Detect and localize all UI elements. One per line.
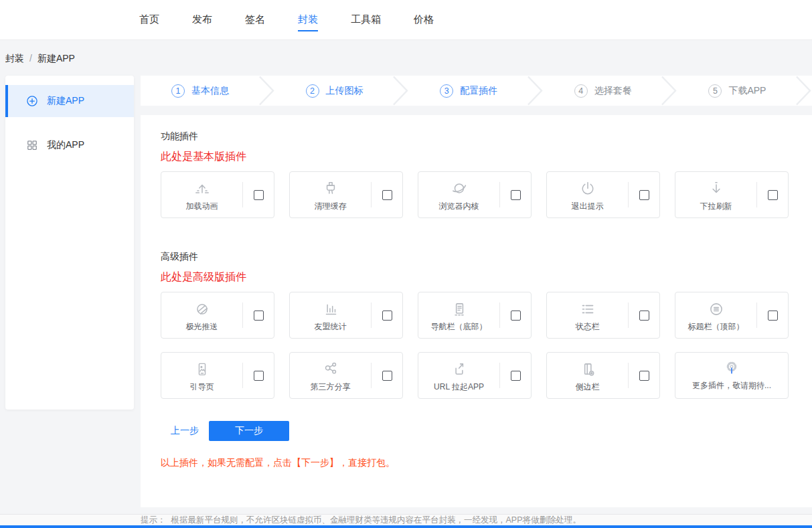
step-label: 上传图标 <box>326 85 363 97</box>
basic-plugin-cards: 加载动画 清理缓存 浏览器内核 <box>161 171 792 218</box>
nav-item-price[interactable]: 价格 <box>414 0 434 40</box>
plugin-label: 友盟统计 <box>315 321 347 333</box>
plugin-label: 导航栏（底部） <box>431 321 487 333</box>
step-number: 2 <box>306 84 319 98</box>
jpush-icon <box>193 300 211 318</box>
plugin-label: 清理缓存 <box>315 201 347 212</box>
step-number: 1 <box>171 84 185 98</box>
grid-icon <box>25 139 39 152</box>
plugin-card-third-party-share[interactable]: 第三方分享 <box>289 352 403 399</box>
nav-item-package[interactable]: 封装 <box>298 0 318 40</box>
plugin-card-navbar-bottom[interactable]: 导航栏（底部） <box>418 292 532 339</box>
section-note-advanced: 此处是高级版插件 <box>161 270 792 284</box>
plugin-checkbox[interactable] <box>768 311 778 321</box>
plugin-card-clean-cache[interactable]: 清理缓存 <box>289 171 403 218</box>
plugin-config-panel: 功能插件 此处是基本版插件 加载动画 清理缓存 <box>141 115 812 507</box>
plugin-card-umeng-stats[interactable]: 友盟统计 <box>289 292 403 339</box>
upload-animation-icon <box>193 180 211 197</box>
plugin-card-guide-page[interactable]: 引导页 <box>161 352 274 399</box>
bar-stats-icon <box>322 300 339 318</box>
plugin-card-titlebar-top[interactable]: 标题栏（顶部） <box>675 292 789 339</box>
plugin-checkbox[interactable] <box>382 311 392 321</box>
step-download-app: 5 下载APP <box>677 76 812 106</box>
breadcrumb-section[interactable]: 封装 <box>5 53 24 64</box>
plugin-checkbox[interactable] <box>382 371 392 381</box>
plugin-checkbox[interactable] <box>768 190 778 200</box>
plugin-label: 退出提示 <box>572 201 604 212</box>
advanced-plugin-cards-row2: 引导页 第三方分享 URL 拉起APP <box>161 352 792 399</box>
step-number: 5 <box>708 84 722 98</box>
plugin-label: 标题栏（顶部） <box>688 321 744 333</box>
plugin-label: 状态栏 <box>576 321 600 333</box>
step-upload-icon: 2 上传图标 <box>275 76 410 106</box>
navbar-bottom-icon <box>451 300 468 318</box>
bottom-accent-bar <box>0 525 812 528</box>
nav-item-publish[interactable]: 发布 <box>192 0 212 40</box>
url-launch-icon <box>451 361 468 378</box>
tip-label: 提示： <box>141 515 166 526</box>
wizard-actions: 上一步 下一步 <box>161 421 792 441</box>
tip-text: 根据最新平台规则，不允许区块链虚拟币、金融理财类等违规内容在平台封装，一经发现，… <box>171 515 582 526</box>
plugin-card-pull-refresh[interactable]: 下拉刷新 <box>675 171 789 218</box>
sidebar: 新建APP 我的APP <box>5 76 134 410</box>
prev-step-link[interactable]: 上一步 <box>171 425 199 437</box>
plugin-checkbox[interactable] <box>511 371 521 381</box>
plugin-card-jpush[interactable]: 极光推送 <box>161 292 274 339</box>
step-select-plan: 4 选择套餐 <box>544 76 678 106</box>
plugin-label: 极光推送 <box>186 321 218 333</box>
advanced-plugin-cards-row1: 极光推送 友盟统计 导航栏（底部） <box>161 292 792 339</box>
plus-circle-icon <box>25 94 39 108</box>
top-navigation: 首页 发布 签名 封装 工具箱 价格 <box>0 0 812 40</box>
plugin-checkbox[interactable] <box>254 190 264 200</box>
plugin-label: 侧边栏 <box>576 381 600 393</box>
chevron-right-icon <box>795 76 812 106</box>
chevron-right-icon <box>258 76 275 106</box>
nav-item-signature[interactable]: 签名 <box>245 0 265 40</box>
exit-prompt-icon <box>579 180 596 197</box>
plugin-checkbox[interactable] <box>511 311 521 321</box>
step-basic-info: 1 基本信息 <box>141 76 275 106</box>
step-label: 选择套餐 <box>594 85 632 97</box>
clean-cache-icon <box>322 180 339 197</box>
plugin-label: 加载动画 <box>186 201 218 212</box>
step-label: 配置插件 <box>460 85 497 97</box>
plugin-label: 第三方分享 <box>311 381 351 393</box>
step-wizard: 1 基本信息 2 上传图标 3 配置插件 4 选择套餐 5 下载APP <box>141 76 812 106</box>
sidebar-item-new-app[interactable]: 新建APP <box>5 85 134 117</box>
plugin-label: 下拉刷新 <box>700 201 732 212</box>
plugin-card-browser-kernel[interactable]: 浏览器内核 <box>418 171 532 218</box>
plugin-checkbox[interactable] <box>639 311 649 321</box>
pull-refresh-icon <box>708 180 725 197</box>
plugin-checkbox[interactable] <box>639 190 649 200</box>
plugin-card-exit-prompt[interactable]: 退出提示 <box>546 171 660 218</box>
gear-icon <box>723 359 740 377</box>
plugin-checkbox[interactable] <box>382 190 392 200</box>
step-label: 基本信息 <box>191 85 229 97</box>
plugin-checkbox[interactable] <box>254 311 264 321</box>
plugin-card-loading-animation[interactable]: 加载动画 <box>161 171 274 218</box>
plugin-card-url-launch[interactable]: URL 拉起APP <box>418 352 532 399</box>
chevron-right-icon <box>526 76 544 106</box>
nav-item-toolbox[interactable]: 工具箱 <box>351 0 381 40</box>
status-bar-icon <box>579 300 596 318</box>
chevron-right-icon <box>392 76 409 106</box>
step-number: 3 <box>440 84 453 98</box>
plugin-card-sidebar[interactable]: 侧边栏 <box>546 352 660 399</box>
step-label: 下载APP <box>728 85 766 97</box>
breadcrumb-current: 新建APP <box>37 53 75 64</box>
plugin-card-status-bar[interactable]: 状态栏 <box>546 292 660 339</box>
next-step-button[interactable]: 下一步 <box>209 421 289 441</box>
guide-page-icon <box>193 361 211 378</box>
nav-item-home[interactable]: 首页 <box>139 0 159 40</box>
footer-tip-bar: 提示： 根据最新平台规则，不允许区块链虚拟币、金融理财类等违规内容在平台封装，一… <box>0 514 812 525</box>
plugin-checkbox[interactable] <box>639 371 649 381</box>
sidebar-item-my-app[interactable]: 我的APP <box>5 129 134 161</box>
section-note-basic: 此处是基本版插件 <box>161 149 792 163</box>
plugin-checkbox[interactable] <box>254 371 264 381</box>
plugin-checkbox[interactable] <box>511 190 521 200</box>
plugin-label: 浏览器内核 <box>439 201 479 212</box>
plugin-card-more-coming: 更多插件，敬请期待... <box>675 352 789 399</box>
step-configure-plugins: 3 配置插件 <box>409 76 544 106</box>
step-number: 4 <box>574 84 588 98</box>
plugin-label: 更多插件，敬请期待... <box>692 380 771 391</box>
